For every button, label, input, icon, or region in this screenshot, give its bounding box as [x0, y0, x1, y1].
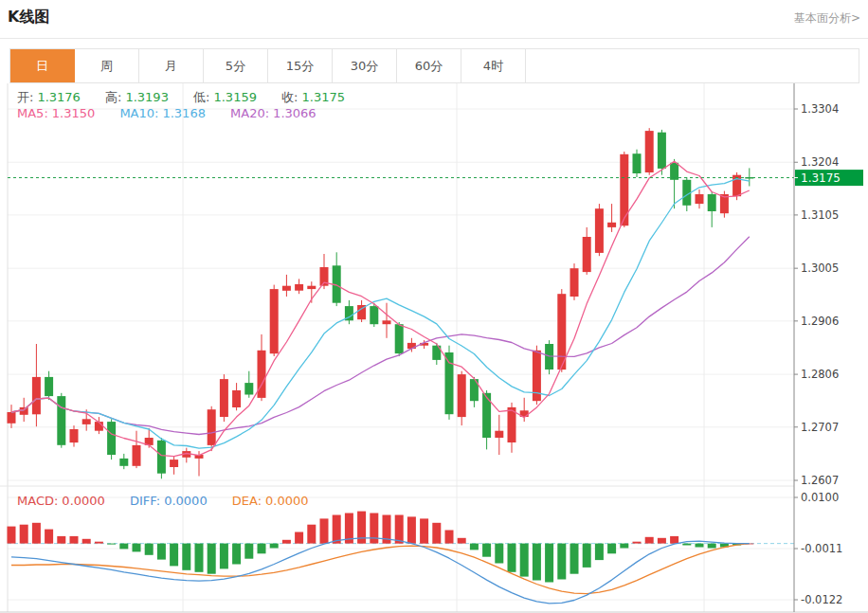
macd-bar — [295, 532, 303, 544]
macd-bar — [696, 544, 704, 548]
macd-bar — [508, 544, 516, 572]
macd-bar — [119, 544, 128, 550]
candle-body — [620, 154, 628, 225]
page-title: K线图 — [8, 8, 49, 27]
macd-bar — [495, 544, 503, 564]
dea-value: 0.0000 — [265, 494, 309, 508]
macd-bar — [82, 539, 91, 544]
interval-tab-bar: 日 周 月 5分 15分 30分 60分 4时 — [9, 48, 859, 83]
candle-body — [383, 320, 391, 324]
candle-body — [370, 306, 378, 324]
candle-body — [244, 383, 253, 394]
macd-bar — [470, 544, 479, 550]
candle-body — [482, 393, 491, 438]
kline-page: K线图 基本面分析> 日 周 月 5分 15分 30分 60分 4时 开:1.3… — [0, 0, 868, 613]
macd-value: 0.0000 — [62, 494, 105, 508]
y-axis-label: 1.2906 — [801, 315, 839, 328]
tab-15min[interactable]: 15分 — [268, 49, 333, 82]
y-axis-label: -0.0011 — [801, 542, 842, 555]
candle-body — [107, 422, 116, 455]
candle-body — [295, 284, 303, 291]
kline-macd-chart[interactable]: 1.31751.33041.32041.31051.30051.29061.28… — [0, 83, 868, 613]
macd-bar — [583, 544, 591, 568]
tab-day[interactable]: 日 — [10, 49, 75, 82]
macd-bar — [658, 538, 666, 544]
tab-5min[interactable]: 5分 — [204, 49, 268, 82]
candle-body — [645, 131, 654, 172]
macd-label: MACD: — [17, 494, 58, 508]
candle-body — [395, 324, 404, 353]
candle-body — [708, 194, 716, 211]
candle-body — [407, 343, 416, 349]
macd-bar — [157, 544, 166, 560]
macd-bar — [620, 544, 628, 549]
macd-bar — [395, 515, 404, 544]
header-divider — [0, 38, 868, 39]
y-axis-label: 1.3204 — [801, 155, 839, 169]
macd-bar — [145, 544, 154, 555]
y-axis-label: 1.3105 — [801, 208, 839, 222]
diff-label: DIFF: — [130, 494, 160, 508]
y-axis-label: -0.0122 — [801, 593, 842, 606]
macd-bar — [244, 544, 253, 559]
ma20-line — [11, 237, 750, 435]
high-label: 高: — [105, 90, 121, 104]
tab-month[interactable]: 月 — [139, 49, 204, 82]
macd-bar — [333, 515, 341, 544]
tab-60min[interactable]: 60分 — [397, 49, 461, 82]
high-value: 1.3193 — [125, 90, 169, 104]
candlestick-series — [8, 128, 754, 478]
fundamental-analysis-link[interactable]: 基本面分析> — [794, 10, 860, 27]
y-axis-label: 1.3304 — [801, 102, 839, 116]
dea-label: DEA: — [232, 494, 262, 508]
candle-body — [220, 379, 228, 417]
macd-bar — [282, 540, 291, 544]
macd-bar — [208, 544, 216, 574]
candle-body — [607, 223, 616, 227]
macd-bar — [545, 544, 553, 583]
candle-body — [20, 407, 28, 415]
candle-body — [595, 208, 604, 253]
candle-body — [82, 419, 91, 424]
ma10-label: MA10: — [119, 106, 158, 120]
candle-body — [170, 460, 178, 467]
dea-line — [11, 544, 750, 594]
macd-bar — [420, 518, 428, 543]
open-value: 1.3176 — [37, 90, 81, 104]
candle-body — [307, 286, 316, 289]
macd-bar — [195, 544, 204, 572]
tab-30min[interactable]: 30分 — [333, 49, 397, 82]
macd-bar — [70, 536, 79, 544]
macd-bar — [307, 525, 316, 544]
y-axis-label: 1.2607 — [801, 474, 839, 487]
macd-bar — [682, 544, 691, 546]
ma10-value: 1.3168 — [162, 106, 206, 120]
tab-week[interactable]: 周 — [75, 49, 139, 82]
current-price-badge-text: 1.3175 — [801, 171, 841, 185]
candle-body — [57, 396, 65, 445]
candle-body — [583, 237, 591, 272]
macd-bar — [57, 536, 65, 544]
candle-body — [282, 286, 291, 291]
macd-bar — [270, 544, 279, 549]
candle-body — [270, 289, 279, 353]
candle-body — [495, 431, 503, 438]
macd-bar — [458, 538, 466, 544]
macd-legend: MACD:0.0000 DIFF:0.0000 DEA:0.0000 — [17, 494, 313, 508]
macd-bar — [570, 544, 579, 574]
candle-body — [208, 409, 216, 445]
macd-bar — [670, 536, 678, 544]
ma5-label: MA5: — [17, 106, 48, 120]
macd-bar — [258, 544, 266, 554]
tab-4hour[interactable]: 4时 — [461, 49, 526, 82]
macd-bar — [407, 516, 416, 543]
macd-bar — [107, 544, 116, 545]
macd-bar — [520, 544, 529, 577]
candle-body — [8, 412, 16, 424]
macd-bar — [320, 518, 329, 543]
candle-body — [633, 153, 642, 173]
ma5-value: 1.3150 — [52, 106, 96, 120]
macd-bar — [708, 544, 716, 549]
macd-bar — [95, 542, 103, 544]
candle-body — [157, 441, 166, 474]
